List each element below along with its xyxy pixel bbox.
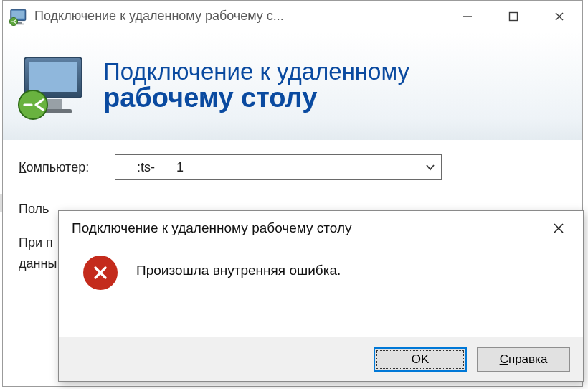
help-button[interactable]: Справка <box>477 347 570 372</box>
minimize-icon <box>463 11 473 22</box>
close-icon <box>552 222 565 235</box>
banner-line2: рабочему столу <box>103 84 409 113</box>
titlebar[interactable]: Подключение к удаленному рабочему с... <box>3 1 582 32</box>
ok-button[interactable]: OK <box>374 347 467 372</box>
dialog-titlebar[interactable]: Подключение к удаленному рабочему столу <box>59 211 583 245</box>
dialog-close-button[interactable] <box>543 214 574 243</box>
svg-rect-6 <box>510 12 518 20</box>
error-icon <box>83 256 118 290</box>
computer-value: :ts- 1 <box>137 160 184 175</box>
maximize-icon <box>508 11 518 22</box>
svg-rect-10 <box>29 62 77 92</box>
chevron-down-icon <box>425 162 435 172</box>
rdp-app-icon <box>9 6 29 27</box>
banner: Подключение к удаленному рабочему столу <box>3 32 582 140</box>
computer-label: Компьютер: <box>19 160 105 175</box>
close-button[interactable] <box>536 1 582 32</box>
help-button-label: Справка <box>500 352 548 367</box>
ok-button-label: OK <box>412 352 430 367</box>
svg-point-13 <box>19 90 47 119</box>
dialog-title: Подключение к удаленному рабочему столу <box>72 220 543 236</box>
minimize-button[interactable] <box>445 1 490 32</box>
close-icon <box>554 11 564 22</box>
window-title: Подключение к удаленному рабочему с... <box>34 9 284 24</box>
maximize-button[interactable] <box>490 1 536 32</box>
error-dialog: Подключение к удаленному рабочему столу … <box>58 210 584 382</box>
dialog-message: Произошла внутренняя ошибка. <box>136 256 341 278</box>
computer-combo[interactable]: :ts- 1 <box>115 154 442 180</box>
banner-line1: Подключение к удаленному <box>103 60 409 85</box>
rdp-banner-icon <box>16 50 95 122</box>
dialog-button-row: OK Справка <box>59 337 583 381</box>
banner-text: Подключение к удаленному рабочему столу <box>103 60 409 113</box>
